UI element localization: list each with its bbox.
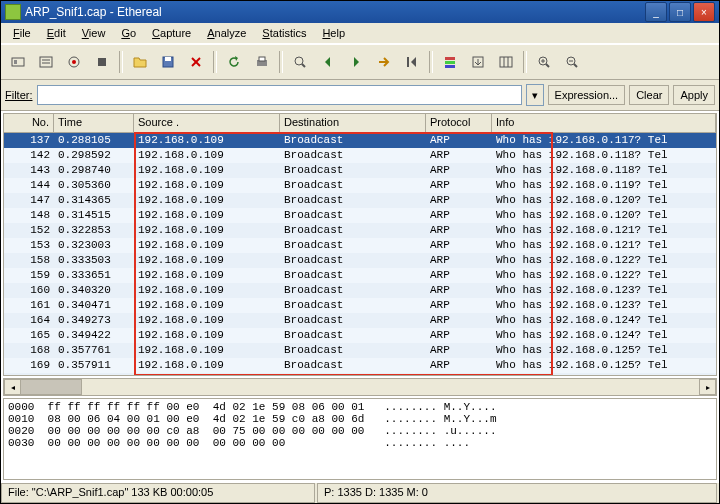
menu-help[interactable]: Help <box>314 25 353 41</box>
scroll-right-icon[interactable]: ▸ <box>699 379 716 395</box>
svg-point-14 <box>295 57 303 65</box>
zoom-in-icon[interactable] <box>531 49 557 75</box>
print-icon[interactable] <box>249 49 275 75</box>
packet-list[interactable]: No. Time Source . Destination Protocol I… <box>3 113 717 376</box>
options-icon[interactable] <box>33 49 59 75</box>
col-info[interactable]: Info <box>492 114 716 132</box>
col-time[interactable]: Time <box>54 114 134 132</box>
scroll-thumb[interactable] <box>20 379 82 395</box>
table-row[interactable]: 1590.333651192.168.0.109BroadcastARPWho … <box>4 268 716 283</box>
filter-input[interactable] <box>37 85 522 105</box>
filter-bar: Filter: ▾ Expression... Clear Apply <box>1 80 719 111</box>
stop-capture-icon[interactable] <box>89 49 115 75</box>
expression-button[interactable]: Expression... <box>548 85 626 105</box>
svg-line-30 <box>574 64 577 67</box>
col-source[interactable]: Source . <box>134 114 280 132</box>
svg-line-15 <box>302 64 305 67</box>
menu-analyze[interactable]: Analyze <box>199 25 254 41</box>
svg-rect-21 <box>500 57 512 67</box>
interfaces-icon[interactable] <box>5 49 31 75</box>
svg-rect-19 <box>445 65 455 68</box>
col-protocol[interactable]: Protocol <box>426 114 492 132</box>
save-icon[interactable] <box>155 49 181 75</box>
go-first-icon[interactable] <box>399 49 425 75</box>
svg-rect-18 <box>445 61 455 64</box>
table-row[interactable]: 1640.349273192.168.0.109BroadcastARPWho … <box>4 313 716 328</box>
find-icon[interactable] <box>287 49 313 75</box>
table-row[interactable]: 1520.322853192.168.0.109BroadcastARPWho … <box>4 223 716 238</box>
svg-line-27 <box>546 64 549 67</box>
hex-view[interactable]: 0000 ff ff ff ff ff ff 00 e0 4d 02 1e 59… <box>3 398 717 480</box>
svg-rect-1 <box>14 60 17 64</box>
menu-view[interactable]: View <box>74 25 114 41</box>
svg-rect-17 <box>445 57 455 60</box>
menu-statistics[interactable]: Statistics <box>254 25 314 41</box>
table-row[interactable]: 1430.298740192.168.0.109BroadcastARPWho … <box>4 163 716 178</box>
status-file: File: "C:\ARP_Snif1.cap" 133 KB 00:00:05 <box>1 483 315 503</box>
packet-list-header: No. Time Source . Destination Protocol I… <box>4 114 716 133</box>
table-row[interactable]: 1370.288105192.168.0.109BroadcastARPWho … <box>4 133 716 148</box>
toolbar <box>1 44 719 80</box>
table-row[interactable]: 1440.305360192.168.0.109BroadcastARPWho … <box>4 178 716 193</box>
svg-rect-2 <box>40 57 52 67</box>
app-icon <box>5 4 21 20</box>
title-bar: ARP_Snif1.cap - Ethereal _ □ × <box>1 1 719 23</box>
table-row[interactable]: 1600.340320192.168.0.109BroadcastARPWho … <box>4 283 716 298</box>
svg-rect-7 <box>98 58 106 66</box>
clear-button[interactable]: Clear <box>629 85 669 105</box>
resize-columns-icon[interactable] <box>493 49 519 75</box>
status-bar: File: "C:\ARP_Snif1.cap" 133 KB 00:00:05… <box>1 482 719 503</box>
h-scrollbar[interactable]: ◂ ▸ <box>3 378 717 396</box>
goto-icon[interactable] <box>371 49 397 75</box>
filter-dropdown-icon[interactable]: ▾ <box>526 84 544 106</box>
table-row[interactable]: 1580.333503192.168.0.109BroadcastARPWho … <box>4 253 716 268</box>
window-title: ARP_Snif1.cap - Ethereal <box>25 5 643 19</box>
menu-bar: File Edit View Go Capture Analyze Statis… <box>1 23 719 44</box>
svg-rect-9 <box>165 57 171 61</box>
menu-edit[interactable]: Edit <box>39 25 74 41</box>
table-row[interactable]: 1740.368900192.168.0.109BroadcastARPWho … <box>4 373 716 376</box>
reload-icon[interactable] <box>221 49 247 75</box>
table-row[interactable]: 1650.349422192.168.0.109BroadcastARPWho … <box>4 328 716 343</box>
maximize-button[interactable]: □ <box>669 2 691 22</box>
start-capture-icon[interactable] <box>61 49 87 75</box>
status-packets: P: 1335 D: 1335 M: 0 <box>317 483 717 503</box>
colorize-icon[interactable] <box>437 49 463 75</box>
apply-button[interactable]: Apply <box>673 85 715 105</box>
menu-go[interactable]: Go <box>113 25 144 41</box>
scroll-left-icon[interactable]: ◂ <box>4 379 21 395</box>
col-destination[interactable]: Destination <box>280 114 426 132</box>
minimize-button[interactable]: _ <box>645 2 667 22</box>
table-row[interactable]: 1680.357761192.168.0.109BroadcastARPWho … <box>4 343 716 358</box>
next-icon[interactable] <box>343 49 369 75</box>
menu-capture[interactable]: Capture <box>144 25 199 41</box>
table-row[interactable]: 1480.314515192.168.0.109BroadcastARPWho … <box>4 208 716 223</box>
close-button[interactable]: × <box>693 2 715 22</box>
menu-file[interactable]: File <box>5 25 39 41</box>
autoscroll-icon[interactable] <box>465 49 491 75</box>
table-row[interactable]: 1420.298592192.168.0.109BroadcastARPWho … <box>4 148 716 163</box>
filter-label: Filter: <box>5 89 33 101</box>
zoom-out-icon[interactable] <box>559 49 585 75</box>
table-row[interactable]: 1610.340471192.168.0.109BroadcastARPWho … <box>4 298 716 313</box>
table-row[interactable]: 1530.323003192.168.0.109BroadcastARPWho … <box>4 238 716 253</box>
svg-rect-13 <box>259 57 265 61</box>
svg-point-6 <box>72 60 76 64</box>
table-row[interactable]: 1470.314365192.168.0.109BroadcastARPWho … <box>4 193 716 208</box>
close-file-icon[interactable] <box>183 49 209 75</box>
table-row[interactable]: 1690.357911192.168.0.109BroadcastARPWho … <box>4 358 716 373</box>
col-no[interactable]: No. <box>4 114 54 132</box>
prev-icon[interactable] <box>315 49 341 75</box>
svg-rect-0 <box>12 58 24 66</box>
open-icon[interactable] <box>127 49 153 75</box>
